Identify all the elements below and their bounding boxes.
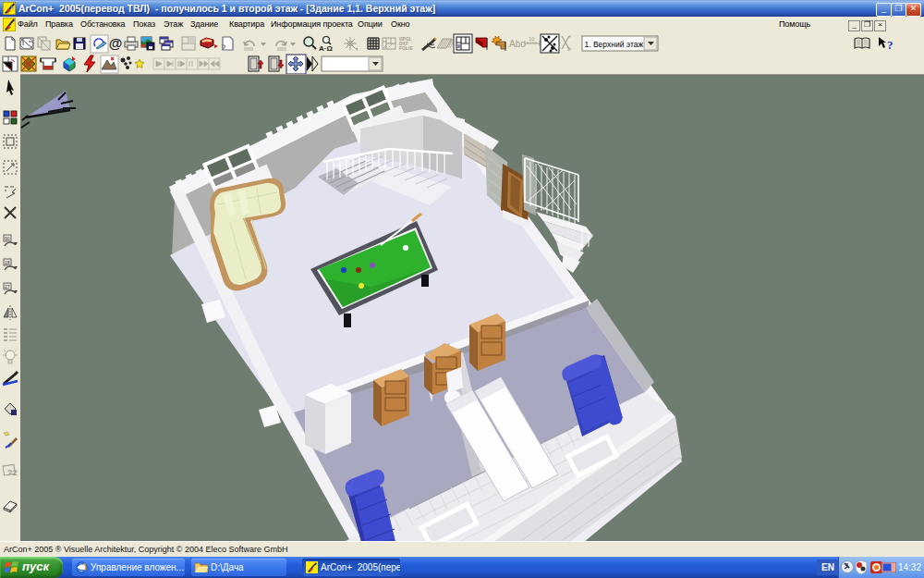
svg-text:18: 18 xyxy=(5,260,10,265)
svg-text:A·Ω: A·Ω xyxy=(319,44,333,53)
svg-text:27: 27 xyxy=(5,284,10,289)
svg-text:?2: ?2 xyxy=(7,468,18,477)
svg-text:Abc: Abc xyxy=(509,39,525,49)
svg-text:@: @ xyxy=(109,35,123,51)
svg-text:1. Верхний этаж: 1. Верхний этаж xyxy=(585,40,644,49)
svg-text:FOLIE: FOLIE xyxy=(399,45,413,51)
svg-text:90: 90 xyxy=(5,236,10,241)
svg-text:10: 10 xyxy=(529,36,535,42)
svg-text:?: ? xyxy=(887,38,894,52)
